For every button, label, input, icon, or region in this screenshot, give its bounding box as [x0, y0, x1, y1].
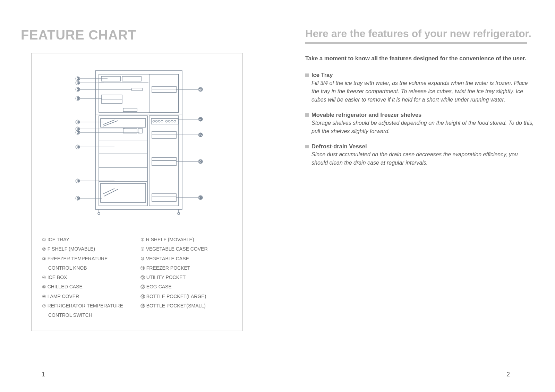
part-label: F SHELF (MOVABLE): [48, 246, 95, 252]
svg-text:①: ①: [77, 77, 80, 81]
part-number: ⑫: [140, 275, 146, 280]
part-item: ⑤ CHILLED CASE: [42, 282, 134, 291]
part-number: ⑨: [140, 246, 146, 252]
section-title: Defrost-drain Vessel: [305, 143, 534, 150]
svg-text:⑬: ⑬: [199, 117, 203, 121]
part-item: ④ ICE BOX: [42, 273, 134, 282]
svg-rect-36: [152, 131, 176, 138]
svg-text:⑤: ⑤: [77, 120, 80, 124]
feature-box: ① ② ③ ④ ⑤ ⑥ ⑦ ⑧ ⑨ ⑩ ⑪: [31, 53, 243, 331]
svg-rect-9: [123, 108, 137, 112]
svg-point-31: [161, 120, 163, 122]
svg-text:⑧: ⑧: [77, 145, 80, 149]
svg-rect-40: [152, 194, 176, 201]
part-item: ② F SHELF (MOVABLE): [42, 244, 134, 254]
svg-rect-1: [99, 74, 179, 112]
svg-text:⑩: ⑩: [77, 196, 80, 200]
part-number: ④: [42, 275, 48, 280]
svg-rect-38: [152, 157, 176, 166]
part-item: ⑩ VEGETABLE CASE: [140, 254, 232, 263]
svg-rect-2: [149, 74, 179, 112]
part-item: ⑫ UTILITY POCKET: [140, 273, 232, 282]
part-label: ICE BOX: [48, 275, 67, 280]
part-label: LAMP COVER: [48, 294, 79, 299]
svg-text:②: ②: [77, 81, 80, 85]
svg-point-30: [158, 120, 160, 122]
part-label: BOTTLE POCKET(SMALL): [146, 303, 206, 308]
parts-col-2: ⑧ R SHELF (MOVABLE)⑨ VEGETABLE CASE COVE…: [140, 235, 232, 320]
part-label: ICE TRAY: [48, 237, 69, 242]
page-title: FEATURE CHART: [21, 28, 257, 43]
part-item: ⑨ VEGETABLE CASE COVER: [140, 244, 232, 254]
part-label: FREEZER POCKET: [146, 265, 190, 271]
feature-section: Defrost-drain VesselSince dust accumulat…: [305, 143, 534, 167]
svg-text:③: ③: [77, 87, 80, 92]
part-item: ① ICE TRAY: [42, 235, 134, 244]
part-item: ⑥ LAMP COVER: [42, 292, 134, 301]
part-item: ⑭ BOTTLE POCKET(LARGE): [140, 292, 232, 301]
part-label: VEGETABLE CASE: [146, 256, 189, 261]
svg-point-34: [171, 120, 173, 122]
part-number: ⑧: [140, 237, 146, 242]
diagram-wrap: ① ② ③ ④ ⑤ ⑥ ⑦ ⑧ ⑨ ⑩ ⑪: [42, 67, 232, 221]
title-underline: [305, 42, 527, 44]
svg-line-14: [103, 120, 114, 124]
section-title: Movable refrigerator and freezer shelves: [305, 112, 534, 118]
page-number: 1: [42, 371, 45, 378]
part-number: ⑬: [140, 284, 146, 289]
part-label: VEGETABLE CASE COVER: [146, 246, 208, 252]
part-label: CONTROL SWITCH: [48, 312, 92, 318]
part-number: ⑩: [140, 256, 146, 261]
svg-point-29: [155, 120, 157, 122]
svg-rect-4: [122, 76, 141, 81]
svg-point-28: [153, 120, 155, 122]
part-number: ⑥: [42, 294, 48, 299]
part-number: ②: [42, 246, 48, 252]
part-item: ⑪ FREEZER POCKET: [140, 263, 232, 273]
svg-rect-12: [149, 116, 179, 206]
section-body: Storage shelves should be adjusted depen…: [305, 119, 534, 136]
part-label: REFRIGERATOR TEMPERATURE: [48, 303, 123, 308]
part-label: R SHELF (MOVABLE): [146, 237, 194, 242]
page-number: 2: [506, 371, 510, 378]
svg-point-32: [165, 120, 168, 122]
svg-text:⑪: ⑪: [199, 87, 203, 92]
intro-text: Take a moment to know all the features d…: [305, 54, 534, 63]
parts-col-1: ① ICE TRAY② F SHELF (MOVABLE)③ FREEZER T…: [42, 235, 134, 320]
svg-text:⑭: ⑭: [199, 159, 203, 164]
part-number: ⑮: [140, 303, 146, 308]
part-number: ③: [42, 256, 48, 261]
part-item: CONTROL KNOB: [42, 263, 134, 273]
section-body: Fill 3/4 of the ice tray with water, as …: [305, 79, 534, 104]
svg-line-23: [103, 189, 114, 194]
svg-point-33: [168, 120, 170, 122]
page-right: Here are the features of your new refrig…: [278, 0, 555, 392]
part-number: ⑭: [140, 294, 146, 299]
svg-text:⑮: ⑮: [199, 195, 203, 200]
feature-section: Ice TrayFill 3/4 of the ice tray with wa…: [305, 72, 534, 104]
part-item: ⑧ R SHELF (MOVABLE): [140, 235, 232, 244]
svg-text:⑦: ⑦: [77, 130, 80, 134]
svg-point-35: [174, 120, 176, 122]
part-item: ⑦ REFRIGERATOR TEMPERATURE: [42, 301, 134, 311]
part-item: ⑬ EGG CASE: [140, 282, 232, 291]
part-number: ⑦: [42, 303, 48, 308]
feature-section: Movable refrigerator and freezer shelves…: [305, 112, 534, 136]
part-label: BOTTLE POCKET(LARGE): [146, 294, 206, 299]
svg-text:⑫: ⑫: [199, 133, 203, 137]
part-number: ①: [42, 237, 48, 242]
svg-rect-6: [132, 88, 142, 91]
part-number: ⑤: [42, 284, 48, 289]
part-label: CHILLED CASE: [48, 284, 83, 289]
part-item: CONTROL SWITCH: [42, 311, 134, 320]
refrigerator-diagram: ① ② ③ ④ ⑤ ⑥ ⑦ ⑧ ⑨ ⑩ ⑪: [62, 67, 212, 221]
svg-rect-25: [152, 86, 176, 93]
part-number: ⑪: [140, 265, 146, 271]
part-label: UTILITY POCKET: [146, 275, 186, 280]
page-title: Here are the features of your new refrig…: [305, 28, 534, 40]
part-item: ⑮ BOTTLE POCKET(SMALL): [140, 301, 232, 311]
part-label: EGG CASE: [146, 284, 172, 289]
svg-text:⑨: ⑨: [77, 179, 80, 183]
section-title: Ice Tray: [305, 72, 534, 78]
part-label: FREEZER TEMPERATURE: [48, 256, 108, 261]
